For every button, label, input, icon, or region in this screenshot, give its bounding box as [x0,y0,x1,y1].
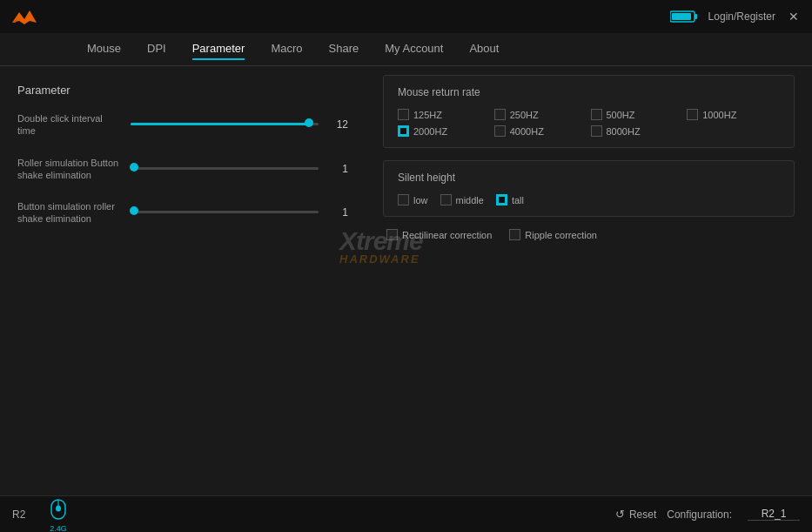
silent-height-title: Silent height [398,172,780,184]
silent-low-label: low [413,195,428,205]
right-panel: Mouse return rate 125HZ 250HZ 500HZ 1 [366,66,812,495]
roller-sim-track [131,167,319,170]
rectilinear-correction-label: Rectilinear correction [402,230,492,240]
silent-middle-label: middle [456,195,484,205]
button-sim-thumb[interactable] [130,206,138,215]
reset-icon: ↺ [615,508,625,521]
roller-sim-slider-row: Roller simulation Button shake eliminati… [17,157,348,182]
mouse-signal-label: 2.4G [50,524,67,533]
rate-250hz[interactable]: 250HZ [494,109,587,120]
nav-my-account[interactable]: My Account [385,38,443,60]
rate-500hz[interactable]: 500HZ [591,109,684,120]
logo [10,7,38,26]
reset-label: Reset [629,508,656,521]
silent-low[interactable]: low [398,194,428,205]
rate-250hz-label: 250HZ [510,110,539,120]
mouse-return-rate-title: Mouse return rate [398,86,780,98]
nav-mouse[interactable]: Mouse [87,38,121,60]
silent-tall-box [496,194,507,205]
svg-point-7 [56,505,61,511]
title-bar-right: Login/Register ✕ [670,9,802,24]
device-label: R2 [12,508,38,521]
battery-icon [670,10,698,23]
silent-middle-box [440,194,452,205]
nav-share[interactable]: Share [329,38,359,60]
mouse-icon-container: 2.4G [49,496,68,533]
rate-125hz-label: 125HZ [413,110,442,120]
config-value: R2_1 [748,508,800,521]
bottom-bar: R2 2.4G ↺ Reset Configuration: R2_1 [0,495,812,532]
button-sim-slider[interactable] [131,210,319,215]
silent-height-box: Silent height low middle tall [383,160,795,217]
double-click-fill [131,123,309,125]
silent-tall[interactable]: tall [496,194,524,205]
mouse-return-rate-box: Mouse return rate 125HZ 250HZ 500HZ 1 [383,75,795,148]
roller-sim-slider[interactable] [131,166,319,172]
roller-sim-value: 1 [327,163,348,175]
title-bar-left [10,7,38,26]
rate-2000hz[interactable]: 2000HZ [398,125,491,137]
rate-125hz[interactable]: 125HZ [398,109,491,120]
rate-8000hz-box [591,125,602,137]
silent-height-row: low middle tall [398,194,780,205]
close-button[interactable]: ✕ [786,9,802,24]
rate-2000hz-box [398,125,409,137]
double-click-slider-row: Double click interval time 12 [17,112,348,138]
svg-marker-0 [12,10,37,24]
left-panel: Parameter Double click interval time 12 … [0,66,366,495]
rate-125hz-box [398,109,409,120]
reset-button[interactable]: ↺ Reset [615,508,656,521]
config-label: Configuration: [667,508,732,521]
rate-4000hz-label: 4000HZ [510,126,544,137]
button-sim-value: 1 [327,206,348,219]
rate-8000hz-label: 8000HZ [607,126,641,137]
logo-icon [10,7,38,26]
silent-middle[interactable]: middle [440,194,484,205]
login-register-button[interactable]: Login/Register [708,10,775,23]
nav-bar: Mouse DPI Parameter Macro Share My Accou… [0,33,812,66]
correction-row: Rectilinear correction Ripple correction [383,229,795,240]
main-content: Parameter Double click interval time 12 … [0,66,812,495]
ripple-correction-box [509,229,520,240]
roller-sim-label: Roller simulation Button shake eliminati… [17,157,122,182]
mouse-return-rate-grid: 125HZ 250HZ 500HZ 1000HZ 2000HZ [398,109,780,137]
double-click-value: 12 [327,118,348,131]
rate-500hz-box [591,109,602,120]
parameter-section-title: Parameter [17,84,348,97]
svg-rect-3 [695,14,697,19]
mouse-icon [49,496,68,523]
double-click-slider[interactable] [131,122,319,127]
rate-1000hz[interactable]: 1000HZ [687,109,780,120]
rate-1000hz-label: 1000HZ [702,110,736,120]
silent-tall-label: tall [512,195,524,205]
rate-500hz-label: 500HZ [607,110,635,120]
rectilinear-correction[interactable]: Rectilinear correction [386,229,492,240]
rate-250hz-box [494,109,506,120]
nav-macro[interactable]: Macro [271,38,302,60]
silent-low-box [398,194,409,205]
rate-placeholder [687,125,780,137]
double-click-track [131,123,319,125]
rate-4000hz[interactable]: 4000HZ [494,125,587,137]
svg-rect-4 [672,13,691,20]
rate-2000hz-label: 2000HZ [413,126,447,137]
button-sim-track [131,211,319,213]
double-click-thumb[interactable] [305,118,313,127]
roller-sim-thumb[interactable] [130,163,138,172]
nav-parameter[interactable]: Parameter [192,38,245,60]
title-bar: Login/Register ✕ [0,0,812,33]
rate-1000hz-box [687,109,698,120]
ripple-correction[interactable]: Ripple correction [509,229,597,240]
button-sim-slider-row: Button simulation roller shake eliminati… [17,200,348,226]
rectilinear-correction-box [386,229,398,240]
ripple-correction-label: Ripple correction [525,230,597,240]
button-sim-label: Button simulation roller shake eliminati… [17,200,122,226]
nav-about[interactable]: About [469,38,499,60]
rate-8000hz[interactable]: 8000HZ [591,125,684,137]
rate-4000hz-box [494,125,506,137]
nav-dpi[interactable]: DPI [147,38,166,60]
double-click-label: Double click interval time [17,112,122,138]
